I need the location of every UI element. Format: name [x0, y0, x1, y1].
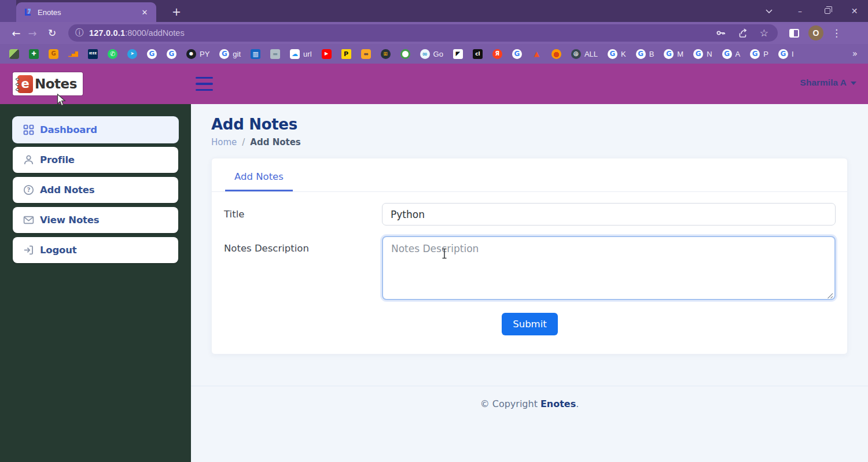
browser-tab-enotes[interactable]: Enotes ✕	[16, 2, 156, 22]
reload-icon[interactable]: ↻	[44, 25, 60, 41]
mouse-cursor-icon	[57, 94, 67, 107]
bookmark-item[interactable]: cl	[473, 49, 483, 59]
bookmark-item[interactable]: GK	[608, 49, 626, 59]
bookmark-item[interactable]	[551, 49, 561, 59]
bookmark-label: P	[763, 50, 768, 58]
bookmark-item[interactable]: GI	[778, 49, 794, 59]
profile-avatar[interactable]: O	[808, 25, 823, 40]
bookmark-item[interactable]: ∞Go	[420, 49, 443, 59]
description-textarea[interactable]	[382, 236, 836, 300]
bookmarks-bar: ✚G▁▄▇IEEE✆➤GG●PYGgit▥▬☁url▶P●●⊞∞Go◤clЯG▲…	[0, 44, 868, 64]
bookmark-item[interactable]: ✆	[108, 49, 117, 59]
title-input[interactable]	[382, 203, 836, 226]
window-controls: – ✕	[757, 0, 868, 22]
bookmark-item[interactable]: GM	[664, 49, 683, 59]
breadcrumb-home-link[interactable]: Home	[211, 137, 237, 147]
bar-chart-icon: ▁▄▇	[68, 49, 78, 59]
submit-button[interactable]: Submit	[502, 313, 558, 335]
bookmark-item[interactable]: ☁url	[290, 49, 311, 59]
bookmark-item[interactable]: ●PY	[186, 49, 209, 59]
password-key-icon[interactable]	[716, 28, 726, 38]
hamburger-menu-icon[interactable]	[196, 77, 213, 91]
forward-icon[interactable]: →	[24, 25, 41, 41]
close-window-button[interactable]: ✕	[841, 0, 868, 22]
sidebar-item-dashboard[interactable]: Dashboard	[13, 117, 178, 143]
bookmark-item[interactable]: GP	[750, 49, 768, 59]
bookmark-item[interactable]: ◤	[453, 49, 463, 59]
blue-bars-icon: ▥	[251, 49, 260, 59]
sidebar-item-logout[interactable]: Logout	[13, 237, 178, 263]
restore-button[interactable]	[814, 0, 841, 22]
browser-menu-icon[interactable]: ⋮	[832, 27, 841, 39]
new-tab-button[interactable]: +	[169, 4, 184, 19]
user-menu[interactable]: Sharmila A	[800, 77, 856, 88]
google-icon: G	[778, 49, 788, 59]
url-path: :8000/addNotes	[125, 28, 184, 38]
bookmark-item[interactable]: G	[167, 49, 176, 59]
p-yellow-icon: P	[341, 49, 351, 59]
bookmark-item[interactable]: IEEE	[88, 49, 98, 59]
google-icon: G	[147, 49, 157, 59]
url-host: 127.0.0.1	[89, 28, 125, 38]
google-icon: G	[750, 49, 760, 59]
tab-title: Enotes	[38, 8, 139, 17]
bookmark-item[interactable]: P	[341, 49, 351, 59]
app-header: e Notes Sharmila A	[0, 64, 868, 104]
bookmark-item[interactable]: ▶	[322, 49, 332, 59]
logo-notebook-icon: e	[17, 75, 33, 93]
share-icon[interactable]	[738, 28, 748, 38]
bookmark-item[interactable]: GA	[722, 49, 741, 59]
bookmark-item[interactable]: ▲	[532, 49, 542, 59]
bookmark-item[interactable]: ➤	[127, 49, 137, 59]
bookmark-item[interactable]: ▥	[251, 49, 260, 59]
bookmark-label: git	[233, 50, 241, 58]
bookmark-item[interactable]: ⊞	[381, 49, 391, 59]
page-title: Add Notes	[211, 116, 848, 133]
address-bar[interactable]: ⓘ 127.0.0.1:8000/addNotes ☆	[68, 24, 778, 42]
godaddy-icon: ∞	[420, 49, 430, 59]
minimize-button[interactable]: –	[786, 0, 814, 22]
green-cross-icon: ✚	[29, 49, 39, 59]
bookmark-item[interactable]: G	[512, 49, 522, 59]
enotes-logo[interactable]: e Notes	[13, 72, 83, 95]
google-icon: G	[722, 49, 732, 59]
close-tab-icon[interactable]: ✕	[139, 6, 150, 18]
youtube-icon: ▶	[322, 49, 332, 59]
bookmark-item[interactable]: ▁▄▇	[68, 49, 78, 59]
bookmark-item[interactable]: GB	[636, 49, 654, 59]
side-panel-icon[interactable]	[789, 29, 799, 38]
bookmark-item[interactable]: ⊕ALL	[571, 49, 598, 59]
tv-icon: ▬	[270, 49, 280, 59]
bookmarks-list: ✚G▁▄▇IEEE✆➤GG●PYGgit▥▬☁url▶P●●⊞∞Go◤clЯG▲…	[9, 49, 804, 59]
bookmark-label: A	[735, 50, 741, 58]
site-info-icon[interactable]: ⓘ	[75, 28, 83, 38]
bookmark-item[interactable]	[400, 49, 410, 59]
sidebar-item-add-notes[interactable]: ?Add Notes	[13, 177, 178, 203]
bookmark-item[interactable]: ✚	[29, 49, 39, 59]
bookmark-item[interactable]: Я	[492, 49, 502, 59]
bookmark-item[interactable]: Ggit	[219, 49, 241, 59]
bookmark-item[interactable]	[9, 49, 19, 59]
bookmark-item[interactable]: GN	[693, 49, 712, 59]
add-notes-card: Add Notes Title Notes Description Submit	[211, 158, 848, 354]
bookmarks-overflow-icon[interactable]: »	[852, 49, 868, 59]
tab-search-icon[interactable]	[757, 0, 781, 22]
green-ring-icon	[400, 49, 410, 59]
telegram-icon: ➤	[127, 49, 137, 59]
tab-add-notes[interactable]: Add Notes	[225, 171, 293, 191]
bookmark-label: K	[621, 50, 626, 58]
bookmark-star-icon[interactable]: ☆	[760, 27, 768, 39]
google-icon: G	[512, 49, 522, 59]
movie-camera-icon: ●●	[361, 49, 371, 59]
bookmark-item[interactable]: ●●	[361, 49, 371, 59]
tab-strip-edge	[0, 0, 16, 22]
bookmark-label: url	[303, 50, 311, 58]
bookmark-item[interactable]: ▬	[270, 49, 280, 59]
sidebar-item-view-notes[interactable]: View Notes	[13, 207, 178, 233]
bookmark-item[interactable]: G	[147, 49, 157, 59]
bookmark-label: I	[792, 50, 794, 58]
sidebar-item-profile[interactable]: Profile	[13, 147, 178, 173]
sidebar-item-label: View Notes	[40, 215, 99, 226]
back-icon[interactable]: ←	[8, 25, 24, 41]
bookmark-item[interactable]: G	[49, 49, 58, 59]
